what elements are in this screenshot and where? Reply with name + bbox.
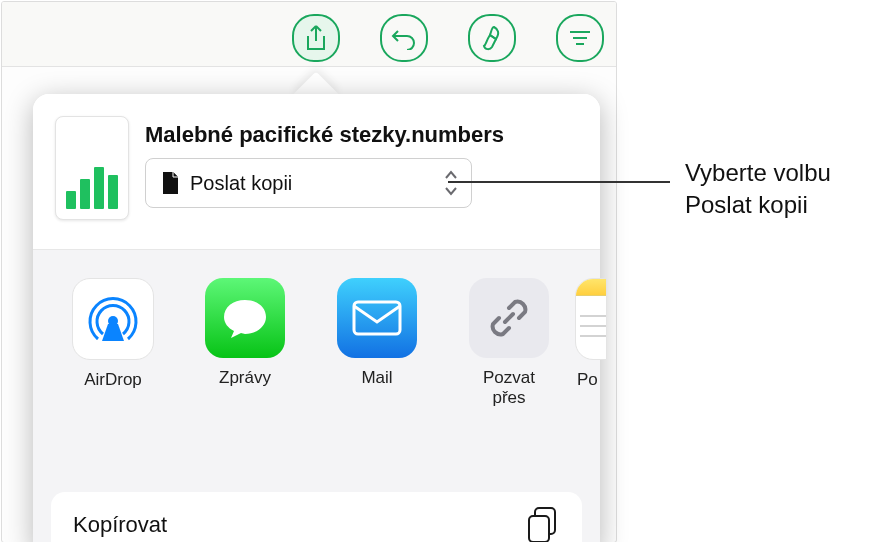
mail-icon xyxy=(337,278,417,358)
svg-rect-4 xyxy=(354,302,400,334)
document-icon xyxy=(160,171,180,195)
link-icon xyxy=(469,278,549,358)
copy-action[interactable]: Kopírovat xyxy=(51,492,582,542)
share-button[interactable] xyxy=(292,14,340,62)
mail-label: Mail xyxy=(361,368,392,388)
document-thumbnail xyxy=(55,116,129,220)
svg-rect-6 xyxy=(529,516,549,542)
more-icon xyxy=(569,29,591,47)
paintbrush-icon xyxy=(480,25,504,51)
airdrop-app[interactable]: AirDrop xyxy=(47,278,179,390)
send-mode-dropdown[interactable]: Poslat kopii xyxy=(145,158,472,208)
format-button[interactable] xyxy=(468,14,516,62)
airdrop-label: AirDrop xyxy=(84,370,142,390)
share-actions: Kopírovat xyxy=(33,478,600,542)
callout-leader-line xyxy=(448,181,670,183)
invite-label-line1: Pozvat xyxy=(483,368,535,388)
messages-label: Zprávy xyxy=(219,368,271,388)
invite-app[interactable]: Pozvat přes xyxy=(443,278,575,409)
callout-text: Vyberte volbu Poslat kopii xyxy=(685,157,831,222)
undo-icon xyxy=(391,26,417,50)
mail-app[interactable]: Mail xyxy=(311,278,443,388)
notes-label-partial: Po xyxy=(577,370,598,390)
undo-button[interactable] xyxy=(380,14,428,62)
chart-icon xyxy=(66,167,118,209)
chevron-up-down-icon xyxy=(443,167,459,199)
copy-icon xyxy=(526,506,560,542)
document-title: Malebné pacifické stezky.numbers xyxy=(145,122,504,148)
more-button[interactable] xyxy=(556,14,604,62)
callout-line2: Poslat kopii xyxy=(685,191,808,218)
airdrop-icon xyxy=(72,278,154,360)
toolbar xyxy=(2,2,616,67)
callout-line1: Vyberte volbu xyxy=(685,159,831,186)
notes-icon xyxy=(575,278,607,360)
messages-app[interactable]: Zprávy xyxy=(179,278,311,388)
messages-icon xyxy=(205,278,285,358)
share-sheet: Malebné pacifické stezky.numbers Poslat … xyxy=(33,94,600,542)
copy-label: Kopírovat xyxy=(73,512,167,538)
share-icon xyxy=(305,25,327,51)
notes-app-partial[interactable]: Po xyxy=(575,278,617,390)
invite-label-line2: přes xyxy=(492,388,525,408)
share-apps-row[interactable]: AirDrop Zprávy Mail xyxy=(33,250,600,478)
caret-mask xyxy=(280,94,350,118)
dropdown-label: Poslat kopii xyxy=(190,172,292,195)
